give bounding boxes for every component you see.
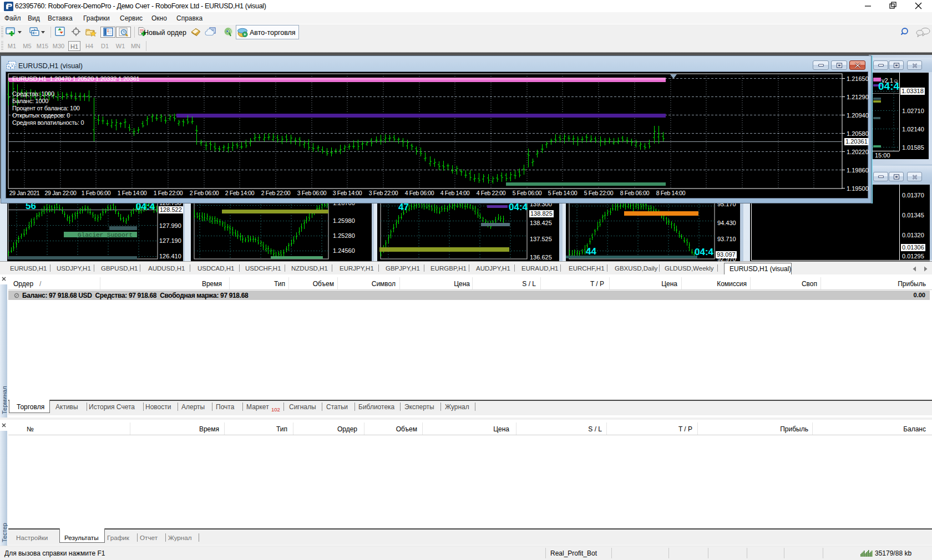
svg-text:Glacier Support: Glacier Support: [78, 232, 133, 238]
